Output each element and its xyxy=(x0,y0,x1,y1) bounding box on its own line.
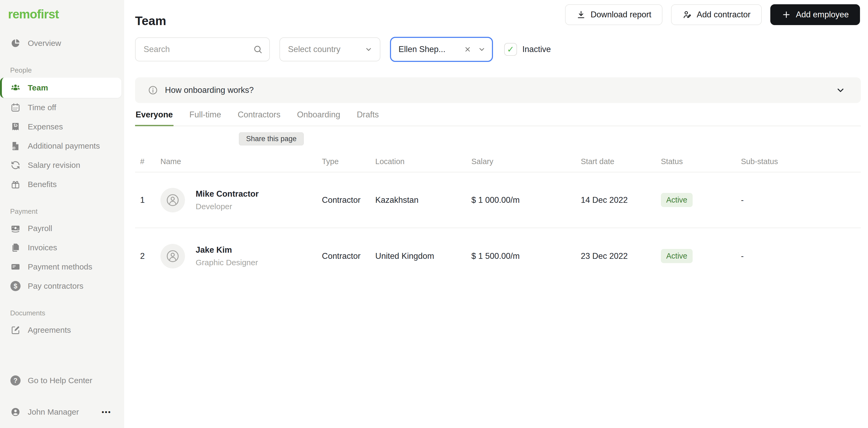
pie-chart-icon xyxy=(10,38,21,48)
table-row[interactable]: 1 Mike Contractor Developer Contractor K… xyxy=(135,172,861,228)
sidebar-item-overview[interactable]: Overview xyxy=(0,34,124,53)
column-header-location: Location xyxy=(375,156,471,166)
column-header-name: Name xyxy=(160,156,322,166)
close-icon[interactable] xyxy=(464,45,472,53)
add-contractor-button[interactable]: Add contractor xyxy=(671,4,762,25)
employee-salary: $ 1 500.00/m xyxy=(471,251,581,261)
credit-card-icon xyxy=(10,262,21,272)
table-row[interactable]: 2 Jake Kim Graphic Designer Contractor U… xyxy=(135,228,861,284)
users-icon xyxy=(10,83,21,93)
tab-everyone[interactable]: Everyone xyxy=(135,108,174,126)
question-circle-icon: ? xyxy=(10,375,21,386)
sidebar-item-label: Payment methods xyxy=(28,262,92,271)
brand-logo: remofirst xyxy=(0,0,124,21)
sidebar-item-expenses[interactable]: Expenses xyxy=(0,117,124,136)
sidebar-item-pay-contractors[interactable]: $ Pay contractors xyxy=(0,276,124,296)
search-input[interactable] xyxy=(135,37,270,61)
edit-square-icon xyxy=(10,325,21,335)
sidebar-item-team[interactable]: Team xyxy=(0,78,121,98)
sidebar: remofirst Overview People Team Time off xyxy=(0,0,124,428)
sidebar-nav: Overview People Team Time off Expense xyxy=(0,34,124,340)
sidebar-item-payment-methods[interactable]: Payment methods xyxy=(0,257,124,276)
add-employee-button[interactable]: Add employee xyxy=(770,4,860,25)
employee-name-block: Jake Kim Graphic Designer xyxy=(196,245,258,267)
country-select[interactable]: Select country xyxy=(279,37,380,61)
employee-sub-status: - xyxy=(741,251,861,261)
sidebar-item-benefits[interactable]: Benefits xyxy=(0,175,124,194)
filter-bar: Select country Ellen Shep... ✓ Inactive xyxy=(135,37,551,61)
employee-name[interactable]: Mike Contractor xyxy=(196,189,259,199)
chevron-down-icon xyxy=(364,45,373,54)
user-menu-ellipsis-icon[interactable]: ••• xyxy=(102,408,111,416)
sidebar-item-label: Go to Help Center xyxy=(28,376,92,385)
employee-role: Graphic Designer xyxy=(196,258,258,267)
banknote-icon xyxy=(10,223,21,234)
button-label: Add contractor xyxy=(696,10,750,20)
user-name-label: John Manager xyxy=(28,407,79,417)
avatar xyxy=(160,244,185,268)
document-payment-icon xyxy=(10,141,21,151)
sidebar-item-additional-payments[interactable]: Additional payments xyxy=(0,136,124,156)
button-label: Add employee xyxy=(796,10,849,20)
download-icon xyxy=(576,10,586,20)
employee-name[interactable]: Jake Kim xyxy=(196,245,258,255)
sidebar-item-salary-revision[interactable]: Salary revision xyxy=(0,156,124,175)
sidebar-item-payroll[interactable]: Payroll xyxy=(0,219,124,238)
sidebar-item-help-center[interactable]: ? Go to Help Center xyxy=(0,371,124,390)
column-header-salary: Salary xyxy=(471,156,581,166)
row-num: 2 xyxy=(135,251,160,261)
employee-location: United Kingdom xyxy=(375,251,471,261)
status-badge: Active xyxy=(661,249,693,263)
button-label: Download report xyxy=(591,10,651,20)
sidebar-item-label: Additional payments xyxy=(28,141,100,151)
sidebar-item-time-off[interactable]: Time off xyxy=(0,98,124,117)
column-header-start-date: Start date xyxy=(581,156,661,166)
employee-cell: Jake Kim Graphic Designer xyxy=(160,244,322,268)
inactive-checkbox[interactable]: ✓ xyxy=(504,43,517,56)
section-label-payment: Payment xyxy=(0,207,124,216)
app-window: remofirst Overview People Team Time off xyxy=(0,0,868,428)
tab-full-time[interactable]: Full-time xyxy=(189,108,222,126)
avatar xyxy=(160,188,185,212)
employee-start-date: 23 Dec 2022 xyxy=(581,251,661,261)
sidebar-item-label: Time off xyxy=(28,103,56,112)
employee-type: Contractor xyxy=(322,195,375,205)
chevron-down-icon[interactable] xyxy=(835,85,846,96)
page-title: Team xyxy=(135,13,166,28)
banner-text: How onboarding works? xyxy=(165,86,828,95)
table-header-row: # Name Type Location Salary Start date S… xyxy=(135,150,861,172)
check-icon: ✓ xyxy=(507,44,514,55)
onboarding-banner[interactable]: How onboarding works? xyxy=(135,77,861,103)
sidebar-item-label: Agreements xyxy=(28,326,71,335)
sidebar-user-account[interactable]: John Manager ••• xyxy=(0,402,124,422)
row-num: 1 xyxy=(135,195,160,205)
section-label-people: People xyxy=(0,66,124,74)
employee-cell: Mike Contractor Developer xyxy=(160,188,322,212)
sidebar-item-agreements[interactable]: Agreements xyxy=(0,321,124,340)
header-actions: Download report Add contractor Add emplo… xyxy=(565,4,860,25)
sidebar-item-label: Benefits xyxy=(28,180,57,189)
inactive-label: Inactive xyxy=(522,44,551,54)
search-box xyxy=(135,37,270,61)
employee-role: Developer xyxy=(196,202,259,211)
employee-start-date: 14 Dec 2022 xyxy=(581,195,661,205)
dollar-circle-icon: $ xyxy=(10,281,21,291)
sidebar-item-label: Salary revision xyxy=(28,161,80,170)
tab-onboarding[interactable]: Onboarding xyxy=(297,108,341,126)
sidebar-item-invoices[interactable]: Invoices xyxy=(0,238,124,257)
sidebar-item-label: Expenses xyxy=(28,122,63,131)
sidebar-item-label: Payroll xyxy=(28,224,52,233)
tab-drafts[interactable]: Drafts xyxy=(356,108,379,126)
sidebar-item-label: Team xyxy=(28,83,48,92)
chevron-down-icon xyxy=(477,45,486,54)
column-header-sub-status: Sub-status xyxy=(741,156,861,166)
sidebar-item-label: Pay contractors xyxy=(28,282,83,291)
column-header-type: Type xyxy=(322,156,375,166)
tab-contractors[interactable]: Contractors xyxy=(237,108,281,126)
search-icon xyxy=(253,44,263,55)
person-filter-select[interactable]: Ellen Shep... xyxy=(390,37,493,62)
employee-status: Active xyxy=(661,249,741,263)
download-report-button[interactable]: Download report xyxy=(565,4,662,25)
inactive-filter[interactable]: ✓ Inactive xyxy=(504,43,551,56)
status-badge: Active xyxy=(661,193,693,207)
